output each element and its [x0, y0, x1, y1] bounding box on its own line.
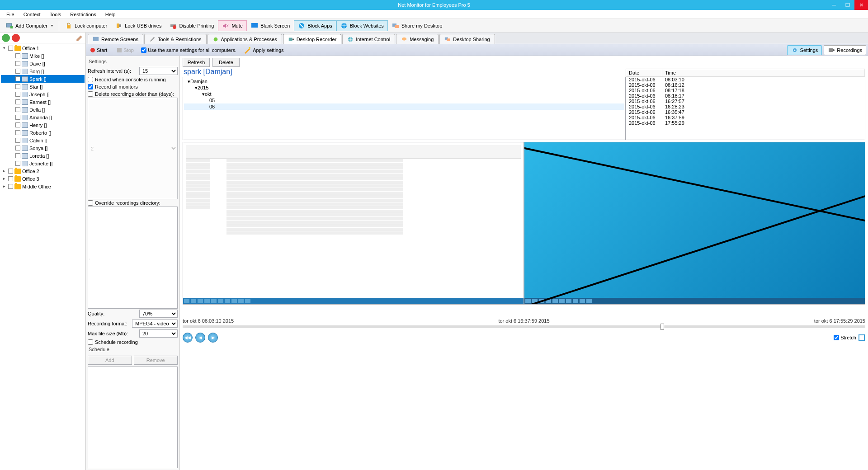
tree-computer-roberto[interactable]: Roberto [] — [1, 129, 85, 136]
block-apps-button[interactable]: Block Apps — [294, 20, 336, 31]
tree-computer-calvin[interactable]: Calvin [] — [1, 136, 85, 144]
tree-user[interactable]: ▾ Damjan — [184, 78, 624, 85]
checkbox[interactable] — [8, 46, 13, 51]
format-select[interactable]: MPEG4 - video — [132, 320, 178, 328]
checkbox[interactable] — [15, 69, 20, 74]
tree-computer-della[interactable]: Della [] — [1, 106, 85, 113]
checkbox[interactable] — [15, 115, 20, 120]
menu-restrictions[interactable]: Restrictions — [66, 11, 99, 18]
maximize-button[interactable]: ❐ — [841, 0, 854, 10]
tree-office1[interactable]: ▾ Office 1 — [1, 44, 85, 52]
refresh-interval-select[interactable]: 15 — [139, 67, 178, 75]
tree-day-06[interactable]: 06 — [184, 103, 624, 110]
tree-computer-jeanette[interactable]: Jeanette [] — [1, 160, 85, 167]
refresh-recordings-button[interactable]: Refresh — [183, 58, 210, 67]
tree-computer-dave[interactable]: Dave [] — [1, 60, 85, 67]
override-dir-checkbox[interactable]: Override recordings directory: — [88, 200, 178, 206]
checkbox[interactable] — [8, 169, 13, 174]
menu-tools[interactable]: Tools — [46, 11, 65, 18]
delete-recording-button[interactable]: Delete — [212, 58, 240, 67]
tab-tools-restrictions[interactable]: Tools & Restrictions — [144, 34, 207, 44]
delete-older-checkbox[interactable]: Delete recordings older than (days): — [88, 91, 178, 97]
recording-thumbnail-right[interactable] — [524, 142, 865, 305]
checkbox[interactable] — [15, 84, 20, 89]
tab-remote-screens[interactable]: Remote Screens — [88, 34, 143, 44]
checkbox[interactable] — [15, 146, 20, 150]
col-time-header[interactable]: Time — [662, 69, 865, 76]
recording-entry[interactable]: 2015-okt-0608:18:17 — [626, 93, 865, 99]
collapse-icon[interactable]: ▾ — [2, 46, 7, 51]
tree-computer-borg[interactable]: Borg [] — [1, 67, 85, 75]
recording-entry[interactable]: 2015-okt-0608:16:12 — [626, 82, 865, 88]
edit-icon[interactable] — [75, 34, 84, 42]
tree-computer-henry[interactable]: Henry [] — [1, 121, 85, 129]
recording-tree[interactable]: ▾ Damjan ▾ 2015 ▾ okt 05 06 — [183, 77, 626, 140]
menu-context[interactable]: Context — [20, 11, 44, 18]
checkbox[interactable] — [8, 184, 13, 189]
close-button[interactable]: ✕ — [854, 0, 868, 10]
tree-computer-sonya[interactable]: Sonya [] — [1, 144, 85, 152]
status-accept-icon[interactable] — [2, 34, 10, 42]
checkbox[interactable] — [15, 76, 20, 81]
checkbox[interactable] — [15, 107, 20, 112]
menu-help[interactable]: Help — [102, 11, 119, 18]
recording-thumbnail-left[interactable] — [183, 142, 524, 305]
checkbox[interactable] — [15, 53, 20, 58]
tree-computer-amanda[interactable]: Amanda [] — [1, 113, 85, 121]
recording-entry[interactable]: 2015-okt-0616:28:23 — [626, 104, 865, 109]
checkbox[interactable] — [15, 92, 20, 97]
checkbox[interactable] — [15, 161, 20, 166]
tree-computer-star[interactable]: Star [] — [1, 83, 85, 90]
mute-button[interactable]: Mute — [218, 20, 246, 31]
menu-file[interactable]: File — [3, 11, 18, 18]
share-desktop-button[interactable]: Share my Desktop — [388, 20, 446, 31]
tree-office-2[interactable]: ▸Office 2 — [1, 167, 85, 175]
tree-office-3[interactable]: ▸Office 3 — [1, 175, 85, 183]
fullscreen-icon[interactable] — [858, 334, 865, 341]
expand-icon[interactable]: ▸ — [2, 169, 7, 174]
checkbox[interactable] — [15, 99, 20, 104]
expand-icon[interactable]: ▸ — [2, 184, 7, 189]
same-settings-checkbox[interactable]: Use the same settings for all computers. — [141, 47, 236, 53]
tree-middle-office[interactable]: ▸Middle Office — [1, 183, 85, 190]
tab-desktop-recorder[interactable]: Desktop Recorder — [283, 34, 342, 44]
tree-computer-spark[interactable]: Spark [] — [1, 75, 85, 83]
record-console-checkbox[interactable]: Record when console is running — [88, 77, 178, 82]
computer-tree[interactable]: ▾ Office 1 Mike []Dave []Borg []Spark []… — [0, 43, 85, 470]
checkbox[interactable] — [15, 130, 20, 135]
schedule-list[interactable] — [88, 367, 178, 468]
checkbox[interactable] — [15, 122, 20, 127]
checkbox[interactable] — [15, 61, 20, 66]
tree-day-05[interactable]: 05 — [184, 97, 624, 103]
add-computer-button[interactable]: Add Computer — [2, 20, 57, 31]
checkbox[interactable] — [15, 153, 20, 158]
recording-entry[interactable]: 2015-okt-0608:17:18 — [626, 88, 865, 93]
recording-entry[interactable]: 2015-okt-0616:35:47 — [626, 109, 865, 115]
tree-computer-mike[interactable]: Mike [] — [1, 52, 85, 60]
play-prev-button[interactable]: ◀◀ — [183, 333, 193, 343]
tab-internet-control[interactable]: Internet Control — [342, 34, 395, 44]
record-all-monitors-checkbox[interactable]: Record all monitors — [88, 84, 178, 89]
checkbox[interactable] — [8, 176, 13, 181]
recording-entry[interactable]: 2015-okt-0617:55:29 — [626, 120, 865, 126]
tab-apps-processes[interactable]: Applications & Processes — [208, 34, 282, 44]
col-date-header[interactable]: Date — [626, 69, 662, 76]
play-next-button[interactable]: ▶ — [208, 333, 218, 343]
recording-entry[interactable]: 2015-okt-0608:03:10 — [626, 77, 865, 82]
lock-computer-button[interactable]: Lock computer — [61, 20, 111, 31]
quality-select[interactable]: 70% — [139, 310, 178, 318]
tab-desktop-sharing[interactable]: Desktop Sharing — [439, 34, 495, 44]
stop-recording-button[interactable]: Stop — [114, 47, 137, 54]
play-back-button[interactable]: ◀ — [195, 333, 205, 343]
settings-toggle-button[interactable]: Settings — [787, 45, 822, 55]
lock-usb-button[interactable]: Lock USB drives — [111, 20, 165, 31]
minimize-button[interactable]: ─ — [827, 0, 841, 10]
status-reject-icon[interactable] — [12, 34, 20, 42]
maxsize-select[interactable]: 20 — [139, 329, 178, 338]
tree-computer-earnest[interactable]: Earnest [] — [1, 98, 85, 106]
playback-timeline[interactable]: tor okt 6 08:03:10 2015 tor okt 6 16:37:… — [183, 318, 865, 328]
blank-screen-button[interactable]: Blank Screen — [247, 20, 294, 31]
apply-settings-button[interactable]: Apply settings — [241, 46, 286, 55]
recording-entry[interactable]: 2015-okt-0616:37:59 — [626, 115, 865, 120]
tab-messaging[interactable]: Messaging — [396, 34, 439, 44]
